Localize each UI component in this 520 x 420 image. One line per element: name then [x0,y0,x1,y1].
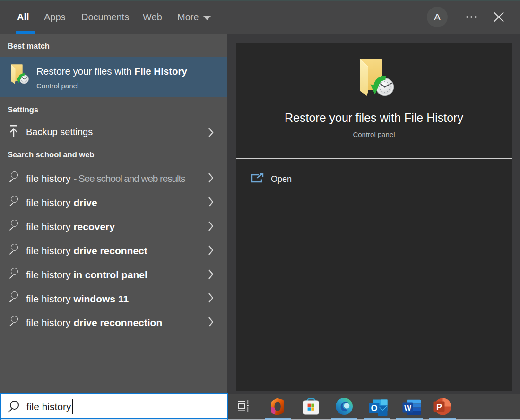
svg-text:W: W [404,404,412,412]
svg-text:O: O [371,403,377,413]
svg-text:P: P [436,403,442,412]
